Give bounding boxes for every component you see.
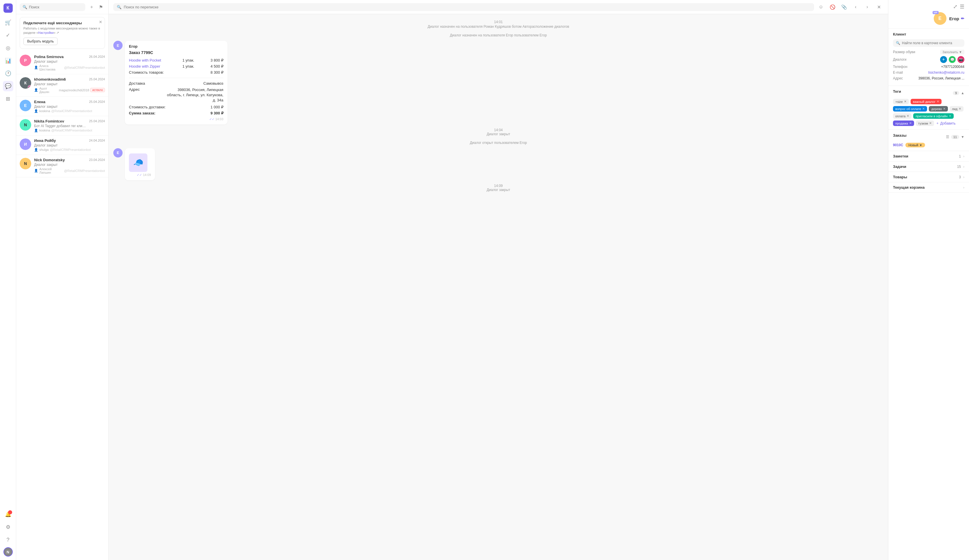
- conv-top: Nikita Fomintcev 25.04.2024: [34, 119, 105, 123]
- tag-remove-button[interactable]: ✕: [929, 121, 932, 125]
- field-label: Адрес: [893, 76, 903, 80]
- banner-action-button[interactable]: Выбрать модуль: [23, 38, 58, 45]
- product-link[interactable]: Hoodie with Pocket: [129, 58, 161, 62]
- message-bubble: Егор Заказ 7799C Hoodie with Pocket 1 уп…: [125, 41, 228, 125]
- user-name: Егор: [949, 16, 959, 21]
- message-time: ✓✓ 14:09: [129, 173, 151, 177]
- menu-button[interactable]: ☰: [960, 3, 964, 10]
- nav-tasks[interactable]: ✓: [3, 30, 13, 40]
- conversation-item[interactable]: К 📷 khomenkovadim6 25.04.2024 Диалог зак…: [16, 74, 108, 97]
- new-chat-button[interactable]: ＋: [88, 3, 96, 11]
- product-price: 3 800 ₽: [202, 57, 223, 63]
- conversation-item[interactable]: P Polina Smirnova 26.04.2024 Диалог закр…: [16, 52, 108, 74]
- conv-body: Polina Smirnova 26.04.2024 Диалог закрыт…: [34, 55, 105, 71]
- sidebar-search-input[interactable]: [29, 5, 82, 9]
- order-id[interactable]: 9010C: [893, 143, 903, 147]
- telegram-icon[interactable]: ✈: [940, 56, 947, 63]
- left-navigation: К 🛒 ✓ ◎ 📊 🕐 💬 ⊞ 🔔 ⚙ ? N: [0, 0, 16, 560]
- user-avatar-nav[interactable]: N: [3, 547, 13, 557]
- tag-remove-button[interactable]: ✕: [943, 107, 946, 111]
- message-row: Е Егор Заказ 7799C Hoodie with Pocket 1 …: [113, 41, 883, 125]
- nav-cart[interactable]: 🛒: [3, 17, 13, 28]
- table-row: Стоимость доставки: 1 000 ₽: [129, 104, 223, 110]
- field-row: Адрес 398036, Россия, Липецкая ...: [893, 76, 964, 80]
- conv-avatar: N: [20, 119, 31, 131]
- tasks-section-row[interactable]: Задачи 15 ›: [888, 161, 969, 172]
- field-row: E-mail lisichenko@retailcrm.ru: [893, 70, 964, 75]
- field-row-dialogs: Диалоги ✈ 💬 📷: [893, 56, 964, 63]
- tag-remove-button[interactable]: ✕: [909, 121, 912, 125]
- nav-chat[interactable]: 💬: [3, 81, 13, 91]
- product-link[interactable]: Hoodie with Zipper: [129, 64, 160, 68]
- notes-section-row[interactable]: Заметки 1 ›: [888, 151, 969, 161]
- conversation-item[interactable]: N Nick Domoratsky 23.04.2024 Диалог закр…: [16, 155, 108, 178]
- goods-section-row[interactable]: Товары 3 ›: [888, 172, 969, 182]
- client-section: Клиент 🔍 Размер обуви Заполнить ▼ Диалог…: [888, 28, 969, 86]
- conv-agent: 👤 Алиса Шестакова @RetailCRMPresentation…: [34, 64, 105, 71]
- basket-section-row[interactable]: Текущая корзина ›: [888, 182, 969, 193]
- conv-name: Nick Domoratsky: [34, 158, 65, 162]
- tag-item: продажа ✕: [893, 121, 914, 126]
- message-time: ✓✓ 14:03: [129, 117, 223, 121]
- right-panel: ⤢ ☰ VIP Е Егор ✏ Клиент 🔍 Размер обуви: [888, 0, 969, 560]
- nav-location[interactable]: ◎: [3, 43, 13, 53]
- tag-remove-button[interactable]: ✕: [959, 107, 961, 111]
- sidebar-search-box: 🔍: [20, 3, 85, 11]
- conv-status: Диалог закрыт: [34, 60, 105, 63]
- edit-name-icon[interactable]: ✏: [961, 16, 964, 21]
- block-button[interactable]: 🚫: [828, 2, 837, 12]
- conv-avatar: P: [20, 55, 31, 66]
- tag-remove-button[interactable]: ✕: [937, 100, 939, 103]
- conversation-item[interactable]: И Инна Ройбу 24.04.2024 Диалог закрыт 👤 …: [16, 136, 108, 155]
- nav-analytics[interactable]: 📊: [3, 55, 13, 66]
- client-search-input[interactable]: [902, 41, 961, 45]
- nav-grid[interactable]: ⊞: [3, 94, 13, 104]
- chevron-right-icon: ›: [963, 175, 964, 179]
- orders-list-icon[interactable]: ☰: [946, 135, 949, 139]
- chat-search-input[interactable]: [124, 5, 811, 9]
- filter-button[interactable]: ⚑: [97, 3, 105, 11]
- nav-settings[interactable]: ⚙: [3, 522, 13, 532]
- user-header: ⤢ ☰ VIP Е Егор ✏: [888, 0, 969, 28]
- tag-remove-button[interactable]: ✕: [922, 107, 925, 111]
- attach-button[interactable]: 📎: [839, 2, 849, 12]
- conv-avatar: Е: [20, 100, 31, 111]
- conv-name: Инна Ройбу: [34, 138, 56, 143]
- navigate-prev-button[interactable]: ‹: [851, 2, 860, 12]
- fill-button[interactable]: Заполнить ▼: [940, 50, 964, 54]
- table-row: Адрес 398036, Россия, Липецкая область, …: [129, 86, 223, 104]
- conv-agent: 👤 koskina @RetailCRMPresentationbot: [34, 109, 105, 113]
- navigate-next-button[interactable]: ›: [862, 2, 872, 12]
- check-icon: ✓✓: [209, 117, 215, 121]
- field-value-phone: +79771200044: [941, 65, 964, 69]
- tags-section: Теги 9 ▲ +size ✕ важный диалог ✕ вопрос …: [888, 86, 969, 130]
- conversation-item[interactable]: N Nikita Fomintcev 25.04.2024 Бот AI Tag…: [16, 116, 108, 136]
- add-tag-button[interactable]: ＋ Добавить: [936, 121, 956, 126]
- section-row-right: ›: [963, 186, 964, 189]
- tags-count: 9: [953, 91, 959, 95]
- agent-icon: 👤: [34, 129, 38, 132]
- nav-clock[interactable]: 🕐: [3, 68, 13, 78]
- tag-remove-button[interactable]: ✕: [907, 114, 909, 118]
- notification-banner: ✕ Подключите ещё мессенджеры Работать с …: [20, 17, 105, 49]
- tags-expand-button[interactable]: ▲: [961, 91, 964, 95]
- user-avatar-large: VIP Е: [934, 12, 946, 25]
- nav-help[interactable]: ?: [3, 535, 13, 545]
- tag-remove-button[interactable]: ✕: [904, 100, 907, 103]
- conv-name: khomenkovadim6: [34, 77, 66, 81]
- nav-bell[interactable]: 🔔: [3, 509, 13, 520]
- expand-button[interactable]: ⤢: [953, 3, 957, 10]
- close-chat-button[interactable]: ✕: [874, 2, 883, 12]
- banner-close-button[interactable]: ✕: [99, 20, 102, 24]
- order-number: Заказ 7799C: [129, 50, 223, 55]
- whatsapp-icon[interactable]: 💬: [949, 56, 956, 63]
- smile-button[interactable]: ☺: [816, 2, 826, 12]
- instagram-icon[interactable]: 📷: [957, 56, 964, 63]
- conversation-item[interactable]: Е Елена 25.04.2024 Диалог закрыт 👤 koski…: [16, 97, 108, 116]
- conv-date: 25.04.2024: [89, 77, 105, 81]
- app-logo[interactable]: К: [3, 3, 13, 13]
- tag-remove-button[interactable]: ✕: [949, 114, 951, 118]
- orders-expand-button[interactable]: ▼: [961, 135, 964, 139]
- table-row: Доставка Самовывоз: [129, 80, 223, 86]
- search-icon: 🔍: [896, 41, 900, 45]
